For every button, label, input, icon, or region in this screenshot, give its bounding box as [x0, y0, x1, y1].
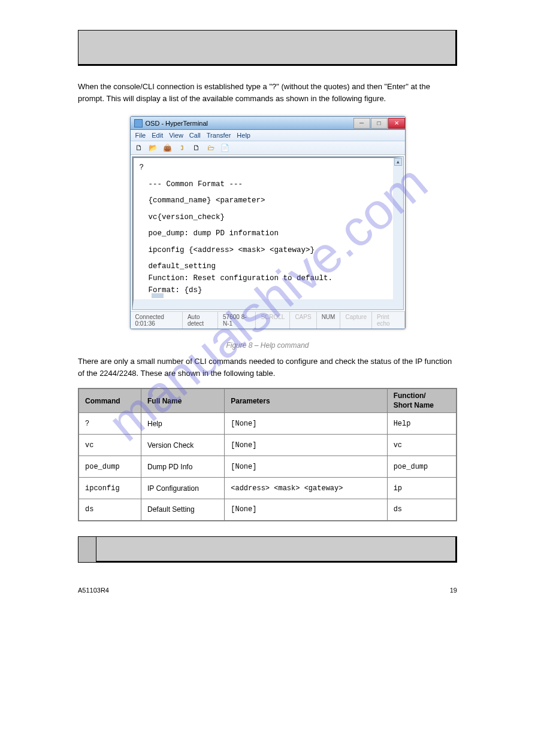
terminal-output[interactable]: ? --- Common Format --- {command_name} <…: [132, 157, 403, 309]
window-title: OSD - HyperTerminal: [146, 120, 208, 127]
terminal-line: [140, 190, 387, 195]
table-cell: ?: [78, 413, 141, 435]
receive-icon[interactable]: 🗁: [206, 143, 216, 153]
terminal-line: {command_name} <parameter>: [140, 195, 387, 207]
scroll-up-icon[interactable]: ▴: [394, 158, 402, 166]
hyperterminal-window: OSD - HyperTerminal ─ □ ✕ File Edit View…: [130, 116, 406, 329]
table-cell: ipconfig: [78, 478, 141, 499]
intro-paragraph: When the console/CLI connection is estab…: [78, 81, 457, 104]
table-cell: [None]: [225, 456, 387, 478]
table-cell: ds: [78, 499, 141, 521]
table-row: poe_dumpDump PD Info[None]poe_dump: [78, 456, 457, 478]
footer-page: 19: [450, 587, 457, 594]
terminal-line: [140, 223, 387, 228]
send-icon[interactable]: 🗋: [192, 143, 201, 153]
terminal-line: --- Common Format ---: [140, 178, 387, 190]
status-capture: Capture: [340, 312, 372, 329]
figure-caption: Figure 8 – Help command: [36, 341, 499, 350]
terminal-line: ?: [140, 162, 387, 174]
call-icon[interactable]: 🕽: [177, 143, 187, 153]
bottom-gray-box: [96, 536, 457, 563]
bottom-side-box: [78, 536, 96, 563]
app-icon: [134, 119, 143, 127]
footer-rev: A51103R4: [78, 587, 109, 594]
body-paragraph: There are only a small number of CLI com…: [78, 356, 457, 379]
status-printecho: Print echo: [372, 312, 405, 329]
table-cell: poe_dump: [78, 456, 141, 478]
table-cell: Dump PD Info: [141, 456, 224, 478]
window-titlebar: OSD - HyperTerminal ─ □ ✕: [131, 117, 405, 130]
table-cell: vc: [387, 435, 457, 456]
menu-edit[interactable]: Edit: [152, 132, 163, 139]
table-cell: Version Check: [141, 435, 224, 456]
table-row: ?Help[None]Help: [78, 413, 457, 435]
th-command: Command: [78, 388, 141, 413]
terminal-line: vc{version_check}: [140, 211, 387, 223]
table-cell: [None]: [225, 413, 387, 435]
status-bar: Connected 0:01:36 Auto detect 57600 8-N-…: [131, 311, 405, 329]
table-cell: Help: [141, 413, 224, 435]
print-icon[interactable]: 👜: [163, 143, 173, 153]
status-baud: 57600 8-N-1: [218, 312, 256, 329]
status-num: NUM: [317, 312, 341, 329]
top-gray-box: [78, 30, 457, 66]
menu-bar: File Edit View Call Transfer Help: [131, 130, 405, 141]
table-row: ipconfigIP Configuration<address> <mask>…: [78, 478, 457, 499]
th-function: Function/Short Name: [387, 388, 457, 413]
th-params: Parameters: [225, 388, 387, 413]
open-icon[interactable]: 📂: [149, 143, 158, 153]
th-fullname: Full Name: [141, 388, 224, 413]
menu-call[interactable]: Call: [189, 132, 201, 139]
terminal-line: [140, 174, 387, 178]
menu-view[interactable]: View: [169, 132, 183, 139]
terminal-line: Format: {ds}: [140, 284, 387, 296]
table-cell: <address> <mask> <gateway>: [225, 478, 387, 499]
table-cell: poe_dump: [387, 456, 457, 478]
properties-icon[interactable]: 📄: [220, 143, 230, 153]
status-caps: CAPS: [290, 312, 316, 329]
terminal-line: default_setting: [140, 260, 387, 272]
close-button[interactable]: ✕: [388, 118, 405, 129]
status-connected: Connected 0:01:36: [131, 312, 183, 329]
table-cell: IP Configuration: [141, 478, 224, 499]
menu-help[interactable]: Help: [237, 132, 250, 139]
terminal-line: poe_dump: dump PD information: [140, 227, 387, 239]
terminal-line: [140, 207, 387, 211]
command-table: Command Full Name Parameters Function/Sh…: [78, 388, 457, 521]
table-cell: [None]: [225, 435, 387, 456]
table-cell: Help: [387, 413, 457, 435]
table-cell: ds: [387, 499, 457, 521]
terminal-line: --- The end ---: [140, 301, 387, 310]
terminal-line: [140, 296, 387, 301]
table-cell: [None]: [225, 499, 387, 521]
status-autodetect: Auto detect: [183, 312, 218, 329]
table-row: vcVersion Check[None]vc: [78, 435, 457, 456]
terminal-line: [140, 256, 387, 261]
table-cell: Default Setting: [141, 499, 224, 521]
table-cell: ip: [387, 478, 457, 499]
terminal-line: ipconfig {<address> <mask> <gateway>}: [140, 244, 387, 256]
terminal-line: Function: Reset configuration to default…: [140, 272, 387, 284]
terminal-line: [140, 239, 387, 244]
minimize-button[interactable]: ─: [353, 118, 370, 129]
new-icon[interactable]: 🗋: [134, 143, 144, 153]
table-cell: vc: [78, 435, 141, 456]
status-scroll: SCROLL: [256, 312, 290, 329]
toolbar: 🗋 📂 👜 🕽 🗋 🗁 📄: [131, 141, 405, 155]
menu-transfer[interactable]: Transfer: [207, 132, 231, 139]
maximize-button[interactable]: □: [371, 118, 388, 129]
table-row: dsDefault Setting[None]ds: [78, 499, 457, 521]
menu-file[interactable]: File: [135, 132, 146, 139]
